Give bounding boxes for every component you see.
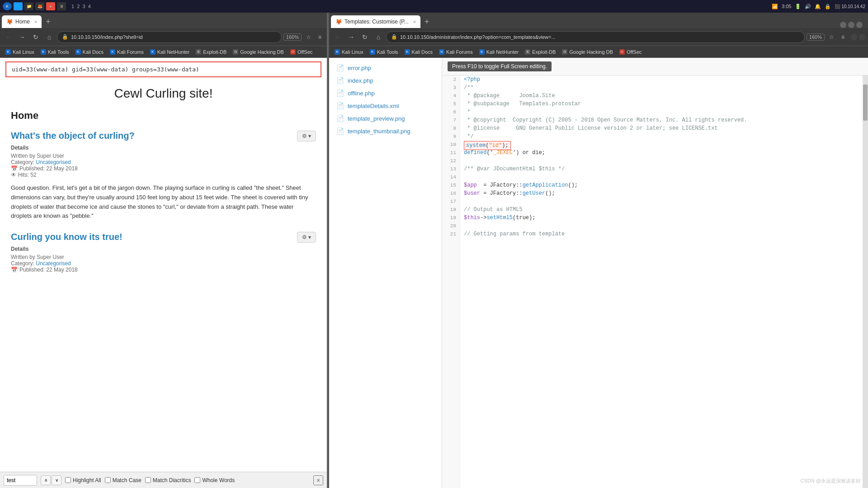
file-index-php[interactable]: 📄 index.php: [329, 74, 442, 87]
article-2-details-label: Details: [11, 246, 316, 252]
article-2: Curling you know its true! ⚙ ▾ Details W…: [11, 232, 316, 273]
taskbar-app-3[interactable]: 🦊: [35, 2, 44, 10]
article-2-published: Published: 22 May 2018: [19, 267, 78, 273]
left-active-tab[interactable]: 🦊 Home ×: [2, 15, 42, 28]
bm-kali-tools-icon: K: [41, 49, 46, 55]
whole-words-label: Whole Words: [194, 477, 235, 483]
file-offline-php[interactable]: 📄 offline.php: [329, 87, 442, 99]
taskbar-app-5[interactable]: 🖥: [57, 2, 66, 10]
right-bm-nethunter-icon: K: [479, 49, 485, 55]
right-bm-google[interactable]: G Google Hacking DB: [559, 47, 616, 57]
line-num-14: 14: [442, 173, 460, 181]
code-area[interactable]: 2 3 4 5 6 7 8 9 10 11 12 13 14: [442, 75, 868, 488]
bm-kali-tools[interactable]: K Kali Tools: [38, 47, 72, 57]
right-bm-kali-forums[interactable]: K Kali Forums: [436, 47, 476, 57]
left-forward-btn[interactable]: →: [16, 31, 28, 43]
code-line-17: [464, 197, 859, 206]
file-template-thumbnail[interactable]: 📄 template_thumbnail.png: [329, 125, 442, 137]
article-2-gear-btn[interactable]: ⚙ ▾: [297, 232, 316, 243]
editor-hint: Press F10 to toggle Full Screen editing.: [448, 61, 552, 71]
match-diacritics-checkbox[interactable]: [145, 477, 151, 483]
article-2-title[interactable]: Curling you know its true!: [11, 232, 123, 242]
right-url-bar[interactable]: 🔒 10.10.10.150/administrator/index.php?o…: [386, 31, 805, 43]
right-tab-close[interactable]: ×: [413, 19, 416, 24]
addr-ctrl-1[interactable]: [851, 34, 857, 40]
article-1-gear-btn[interactable]: ⚙ ▾: [297, 131, 316, 141]
line-num-6: 6: [442, 108, 460, 116]
left-tab-label: Home: [15, 19, 30, 25]
file-template-preview[interactable]: 📄 template_preview.png: [329, 112, 442, 125]
file-icon-preview: 📄: [336, 115, 344, 122]
match-diacritics-text: Match Diacritics: [153, 477, 191, 483]
addr-ctrl-2[interactable]: [859, 34, 865, 40]
win-ctrl-min[interactable]: [848, 22, 854, 28]
editor-scrollbar[interactable]: [863, 75, 868, 488]
right-active-tab[interactable]: 🦊 Templates: Customise (P... ×: [331, 15, 420, 28]
code-editor: Press F10 to toggle Full Screen editing.…: [442, 58, 868, 488]
bm-exploit-db[interactable]: E Exploit-DB: [193, 47, 229, 57]
taskbar-app-4[interactable]: ●: [46, 2, 55, 10]
bm-kali-linux[interactable]: K Kali Linux: [3, 47, 37, 57]
article-1-title[interactable]: What's the object of curling?: [11, 131, 135, 141]
file-templatedetails-xml[interactable]: 📄 templateDetails.xml: [329, 99, 442, 112]
right-zoom-level[interactable]: 160%: [807, 33, 825, 41]
right-bm-kali-linux[interactable]: K Kali Linux: [332, 47, 366, 57]
find-down-arrow[interactable]: ∨: [52, 475, 61, 485]
bm-google-hacking-icon: G: [233, 49, 238, 55]
right-bookmarks-bar: K Kali Linux K Kali Tools K Kali Docs K …: [329, 46, 868, 58]
right-bm-nethunter[interactable]: K Kali NetHunter: [476, 47, 522, 57]
bm-google-hacking[interactable]: G Google Hacking DB: [230, 47, 287, 57]
find-close-btn[interactable]: ×: [313, 475, 323, 485]
code-line-19: $this->setHtml5(true);: [464, 214, 859, 222]
left-home-btn[interactable]: ⌂: [43, 31, 55, 43]
code-content[interactable]: <?php /** * @package Joomla.Site * @subp…: [460, 75, 863, 488]
article-2-category: Category: Uncategorised: [11, 260, 316, 267]
left-lock-icon: 🔒: [62, 34, 68, 40]
bm-nethunter[interactable]: K Kali NetHunter: [147, 47, 193, 57]
right-menu-btn[interactable]: ≡: [839, 33, 847, 41]
system-tray: K 🌐 📁 🦊 ● 🖥 1 2 3 4 📶 3:05 🔋 🔊 🔔 🔒 ⬛ 10.…: [0, 0, 868, 13]
code-line-2: <?php: [464, 75, 859, 84]
find-input[interactable]: [7, 477, 34, 483]
left-url-bar[interactable]: 🔒 10.10.10.150/index.php?shell=id: [57, 31, 282, 43]
win-ctrl-close[interactable]: [840, 22, 846, 28]
left-tab-close[interactable]: ×: [34, 19, 37, 24]
right-forward-btn[interactable]: →: [345, 31, 357, 43]
bm-kali-forums[interactable]: K Kali Forums: [107, 47, 146, 57]
right-reload-btn[interactable]: ↻: [359, 31, 371, 43]
right-new-tab-btn[interactable]: +: [420, 15, 433, 28]
left-url-text: 10.10.10.150/index.php?shell=id: [71, 34, 143, 40]
left-reload-btn[interactable]: ↻: [30, 31, 42, 43]
bm-offsec[interactable]: O OffSec: [288, 47, 315, 57]
file-error-php[interactable]: 📄 error.php: [329, 61, 442, 74]
right-main-content: 📄 error.php 📄 index.php 📄 offline.php 📄 …: [329, 58, 868, 488]
whole-words-checkbox[interactable]: [194, 477, 200, 483]
right-tab-bar: 🦊 Templates: Customise (P... × +: [329, 13, 868, 28]
line-num-10: 10: [442, 141, 460, 149]
left-zoom-level[interactable]: 160%: [283, 33, 302, 41]
left-star-btn[interactable]: ☆: [303, 33, 314, 41]
right-bm-exploit[interactable]: E Exploit-DB: [522, 47, 558, 57]
taskbar-app-2[interactable]: 📁: [24, 2, 33, 10]
win-ctrl-max[interactable]: [856, 22, 863, 28]
bm-kali-docs[interactable]: K Kali Docs: [73, 47, 106, 57]
left-new-tab-btn[interactable]: +: [42, 15, 54, 28]
left-menu-btn[interactable]: ≡: [316, 33, 324, 41]
right-bm-offsec[interactable]: O OffSec: [617, 47, 644, 57]
file-icon-index: 📄: [336, 77, 344, 84]
right-win-controls: [840, 22, 866, 28]
code-line-8: * @license GNU General Public License ve…: [464, 124, 859, 132]
line-num-19: 19: [442, 214, 460, 222]
right-home-btn[interactable]: ⌂: [373, 31, 384, 43]
right-bm-kali-docs[interactable]: K Kali Docs: [402, 47, 435, 57]
taskbar-app-1[interactable]: 🌐: [14, 2, 23, 10]
line-num-3: 3: [442, 84, 460, 92]
kali-logo-icon[interactable]: K: [3, 2, 12, 10]
match-case-checkbox[interactable]: [105, 477, 111, 483]
highlight-all-text: Highlight All: [73, 477, 101, 483]
find-up-arrow[interactable]: ∧: [41, 475, 51, 485]
highlight-all-checkbox[interactable]: [65, 477, 71, 483]
right-star-btn[interactable]: ☆: [826, 33, 837, 41]
right-tab-favicon: 🦊: [335, 19, 342, 25]
right-bm-kali-tools[interactable]: K Kali Tools: [367, 47, 401, 57]
